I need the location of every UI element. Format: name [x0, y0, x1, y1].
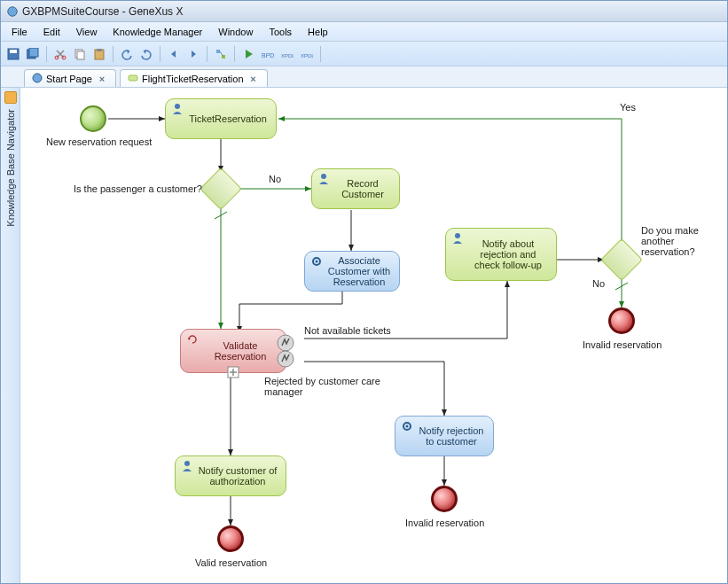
tabstrip: Start Page × FlightTicketReservation ×: [1, 66, 727, 88]
sidebar-label: Knowledge Base Navigator: [5, 109, 16, 227]
error-event-icon: [277, 334, 294, 352]
toolbar: BPD XPDL XPDL: [1, 42, 727, 66]
end-label: Invalid reservation: [583, 339, 661, 350]
gateway-label: Is the passenger a customer?: [74, 183, 202, 194]
app-window: GXBPMSuiteCourse - GeneXus X File Edit V…: [0, 0, 728, 584]
process-icon: [128, 73, 138, 85]
copy-icon[interactable]: [71, 45, 89, 63]
svg-rect-2: [10, 50, 17, 53]
end-label: Valid reservation: [195, 557, 267, 568]
error-event-icon: [277, 350, 294, 368]
svg-text:XPDL: XPDL: [281, 53, 294, 58]
close-icon[interactable]: ×: [96, 73, 108, 85]
task-label: Record Customer: [333, 178, 392, 199]
menu-help[interactable]: Help: [301, 25, 335, 39]
edge-label-rejected-by: Rejected by customer care manager: [264, 376, 397, 397]
forward-icon[interactable]: [184, 45, 202, 63]
kb-icon: [4, 91, 17, 104]
task-validate-reservation[interactable]: Validate Reservation: [180, 329, 286, 373]
redo-icon[interactable]: [137, 45, 155, 63]
menubar: File Edit View Knowledge Manager Window …: [1, 22, 727, 42]
svg-rect-11: [216, 50, 220, 53]
back-icon[interactable]: [165, 45, 183, 63]
start-event-label: New reservation request: [46, 136, 152, 147]
close-icon[interactable]: ×: [247, 73, 260, 85]
menu-knowledge-manager[interactable]: Knowledge Manager: [106, 25, 209, 39]
edge-label-no: No: [269, 174, 281, 184]
tab-start-page[interactable]: Start Page ×: [24, 69, 116, 87]
xpdl-export-icon[interactable]: XPDL: [298, 45, 316, 63]
menu-edit[interactable]: Edit: [36, 25, 67, 39]
titlebar: GXBPMSuiteCourse - GeneXus X: [1, 1, 727, 22]
task-record-customer[interactable]: Record Customer: [311, 168, 400, 209]
loop-icon: [186, 333, 199, 346]
task-label: TicketReservation: [189, 113, 267, 124]
toolbar-separator: [160, 46, 160, 62]
task-notify-reject-customer[interactable]: Notify rejection to customer: [395, 416, 494, 456]
task-label: Validate Reservation: [202, 340, 278, 362]
subprocess-marker-icon: [227, 366, 239, 378]
edge-label-no2: No: [592, 278, 605, 289]
tab-flight-ticket-reservation[interactable]: FlightTicketReservation ×: [120, 69, 268, 87]
gear-icon: [401, 420, 413, 432]
menu-file[interactable]: File: [4, 25, 35, 39]
bpd-icon[interactable]: BPD: [259, 45, 277, 63]
start-event[interactable]: [80, 105, 106, 132]
paste-icon[interactable]: [90, 45, 108, 63]
menu-view[interactable]: View: [69, 25, 105, 39]
toolbar-separator: [320, 46, 321, 62]
task-label: Notify customer of authorization: [197, 465, 278, 487]
svg-rect-8: [77, 51, 84, 59]
menu-tools[interactable]: Tools: [262, 25, 299, 39]
diagram-icon[interactable]: [212, 45, 230, 63]
end-label: Invalid reservation: [405, 518, 484, 528]
gear-icon: [310, 255, 323, 268]
task-label: Associate Customer with Reservation: [326, 255, 392, 287]
svg-point-0: [8, 6, 18, 16]
app-icon: [6, 5, 19, 18]
globe-icon: [32, 73, 43, 85]
toolbar-separator: [46, 46, 47, 62]
toolbar-separator: [113, 46, 114, 62]
task-ticket-reservation[interactable]: TicketReservation: [165, 98, 277, 139]
save-icon[interactable]: [4, 45, 22, 63]
svg-point-28: [184, 461, 190, 466]
user-icon: [171, 103, 184, 115]
end-event-valid[interactable]: [217, 526, 244, 552]
svg-point-21: [316, 261, 318, 263]
svg-rect-4: [29, 48, 38, 57]
cut-icon[interactable]: [51, 45, 69, 63]
tab-label: FlightTicketReservation: [142, 74, 244, 84]
gateway-label: Do you make another reservation?: [641, 225, 725, 257]
end-event-invalid-2[interactable]: [431, 486, 458, 512]
task-notify-reject-followup[interactable]: Notify about rejection and check follow-…: [445, 228, 557, 281]
svg-point-18: [175, 104, 180, 109]
end-event-invalid-1[interactable]: [608, 308, 635, 334]
xpdl-import-icon[interactable]: XPDL: [278, 45, 296, 63]
svg-text:BPD: BPD: [262, 52, 274, 58]
svg-point-16: [33, 74, 42, 82]
menu-window[interactable]: Window: [211, 25, 260, 39]
svg-point-25: [455, 233, 460, 238]
task-label: Notify rejection to customer: [417, 425, 486, 447]
sidebar-kb-navigator[interactable]: Knowledge Base Navigator: [1, 88, 20, 583]
svg-point-19: [321, 174, 326, 179]
svg-rect-17: [129, 75, 137, 81]
window-title: GXBPMSuiteCourse - GeneXus X: [22, 5, 183, 18]
user-icon: [451, 232, 464, 245]
user-icon: [317, 173, 330, 185]
edge-label-not-available: Not available tickets: [304, 325, 391, 336]
task-notify-authorization[interactable]: Notify customer of authorization: [175, 456, 286, 496]
task-label: Notify about rejection and check follow-…: [467, 238, 549, 270]
save-all-icon[interactable]: [24, 45, 42, 63]
run-icon[interactable]: [239, 45, 257, 63]
edge-label-yes: Yes: [620, 102, 636, 113]
task-associate-customer[interactable]: Associate Customer with Reservation: [304, 251, 400, 292]
user-icon: [181, 460, 193, 472]
bpmn-canvas[interactable]: New reservation request TicketReservatio…: [20, 88, 727, 583]
main-body: Knowledge Base Navigator: [1, 88, 727, 583]
svg-rect-10: [97, 49, 102, 51]
undo-icon[interactable]: [118, 45, 136, 63]
toolbar-separator: [207, 46, 207, 62]
tab-label: Start Page: [46, 74, 92, 84]
